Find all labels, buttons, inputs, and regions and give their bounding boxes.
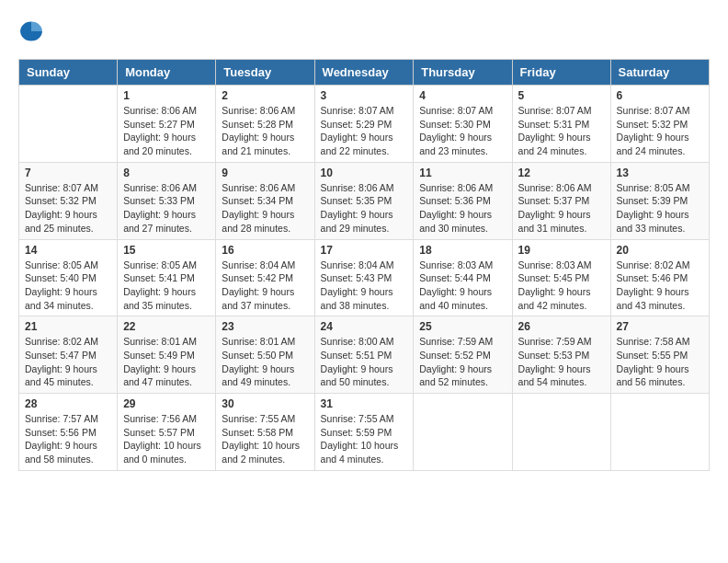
calendar-cell: 24Sunrise: 8:00 AM Sunset: 5:51 PM Dayli… bbox=[314, 316, 414, 394]
column-header-friday: Friday bbox=[512, 60, 610, 86]
calendar-cell bbox=[19, 86, 118, 163]
day-number: 12 bbox=[518, 167, 605, 179]
day-info: Sunrise: 8:05 AM Sunset: 5:39 PM Dayligh… bbox=[617, 181, 703, 236]
day-info: Sunrise: 8:07 AM Sunset: 5:31 PM Dayligh… bbox=[518, 104, 605, 158]
calendar-week-row: 28Sunrise: 7:57 AM Sunset: 5:56 PM Dayli… bbox=[19, 394, 710, 471]
calendar-cell: 26Sunrise: 7:59 AM Sunset: 5:53 PM Dayli… bbox=[512, 316, 610, 394]
calendar-cell bbox=[610, 394, 709, 471]
calendar-cell: 19Sunrise: 8:03 AM Sunset: 5:45 PM Dayli… bbox=[512, 239, 610, 316]
calendar-cell: 18Sunrise: 8:03 AM Sunset: 5:44 PM Dayli… bbox=[414, 239, 512, 316]
day-info: Sunrise: 8:04 AM Sunset: 5:42 PM Dayligh… bbox=[222, 259, 308, 313]
calendar-week-row: 1Sunrise: 8:06 AM Sunset: 5:27 PM Daylig… bbox=[19, 86, 710, 163]
day-info: Sunrise: 8:07 AM Sunset: 5:30 PM Dayligh… bbox=[419, 104, 506, 158]
day-info: Sunrise: 8:02 AM Sunset: 5:47 PM Dayligh… bbox=[25, 335, 111, 389]
calendar-cell: 21Sunrise: 8:02 AM Sunset: 5:47 PM Dayli… bbox=[19, 316, 118, 394]
day-number: 21 bbox=[25, 320, 111, 333]
day-number: 8 bbox=[123, 167, 210, 179]
header bbox=[18, 18, 710, 44]
day-number: 4 bbox=[419, 89, 506, 102]
calendar-cell: 6Sunrise: 8:07 AM Sunset: 5:32 PM Daylig… bbox=[610, 86, 709, 163]
column-header-tuesday: Tuesday bbox=[216, 60, 314, 86]
day-number: 11 bbox=[419, 167, 506, 179]
day-info: Sunrise: 7:56 AM Sunset: 5:57 PM Dayligh… bbox=[123, 412, 210, 466]
day-info: Sunrise: 7:55 AM Sunset: 5:58 PM Dayligh… bbox=[222, 412, 308, 466]
calendar-cell: 27Sunrise: 7:58 AM Sunset: 5:55 PM Dayli… bbox=[610, 316, 709, 394]
calendar-cell: 3Sunrise: 8:07 AM Sunset: 5:29 PM Daylig… bbox=[314, 86, 414, 163]
calendar-cell: 29Sunrise: 7:56 AM Sunset: 5:57 PM Dayli… bbox=[118, 394, 216, 471]
day-info: Sunrise: 7:59 AM Sunset: 5:52 PM Dayligh… bbox=[419, 335, 506, 389]
day-info: Sunrise: 8:07 AM Sunset: 5:32 PM Dayligh… bbox=[617, 104, 703, 158]
day-info: Sunrise: 8:05 AM Sunset: 5:40 PM Dayligh… bbox=[25, 259, 111, 313]
calendar-cell: 7Sunrise: 8:07 AM Sunset: 5:32 PM Daylig… bbox=[19, 162, 118, 239]
calendar-cell: 14Sunrise: 8:05 AM Sunset: 5:40 PM Dayli… bbox=[19, 239, 118, 316]
day-number: 3 bbox=[321, 89, 408, 102]
calendar-cell: 17Sunrise: 8:04 AM Sunset: 5:43 PM Dayli… bbox=[314, 239, 414, 316]
calendar-cell: 23Sunrise: 8:01 AM Sunset: 5:50 PM Dayli… bbox=[216, 316, 314, 394]
calendar-cell: 8Sunrise: 8:06 AM Sunset: 5:33 PM Daylig… bbox=[118, 162, 216, 239]
day-info: Sunrise: 8:03 AM Sunset: 5:45 PM Dayligh… bbox=[518, 259, 605, 313]
calendar-cell: 11Sunrise: 8:06 AM Sunset: 5:36 PM Dayli… bbox=[414, 162, 512, 239]
day-number: 29 bbox=[123, 397, 210, 410]
logo-icon bbox=[18, 18, 44, 44]
day-info: Sunrise: 8:06 AM Sunset: 5:36 PM Dayligh… bbox=[419, 181, 506, 236]
calendar-cell: 28Sunrise: 7:57 AM Sunset: 5:56 PM Dayli… bbox=[19, 394, 118, 471]
column-header-thursday: Thursday bbox=[414, 60, 512, 86]
day-number: 7 bbox=[25, 167, 111, 179]
calendar-cell: 10Sunrise: 8:06 AM Sunset: 5:35 PM Dayli… bbox=[314, 162, 414, 239]
column-header-saturday: Saturday bbox=[610, 60, 709, 86]
calendar-cell bbox=[512, 394, 610, 471]
day-info: Sunrise: 8:03 AM Sunset: 5:44 PM Dayligh… bbox=[419, 259, 506, 313]
day-info: Sunrise: 8:06 AM Sunset: 5:34 PM Dayligh… bbox=[222, 181, 308, 236]
day-number: 18 bbox=[419, 244, 506, 257]
day-info: Sunrise: 8:01 AM Sunset: 5:50 PM Dayligh… bbox=[222, 335, 308, 389]
calendar-cell bbox=[414, 394, 512, 471]
calendar: SundayMondayTuesdayWednesdayThursdayFrid… bbox=[18, 59, 710, 471]
calendar-cell: 31Sunrise: 7:55 AM Sunset: 5:59 PM Dayli… bbox=[314, 394, 414, 471]
day-info: Sunrise: 8:00 AM Sunset: 5:51 PM Dayligh… bbox=[321, 335, 408, 389]
calendar-cell: 5Sunrise: 8:07 AM Sunset: 5:31 PM Daylig… bbox=[512, 86, 610, 163]
day-number: 1 bbox=[123, 89, 210, 102]
day-number: 13 bbox=[617, 167, 703, 179]
calendar-week-row: 21Sunrise: 8:02 AM Sunset: 5:47 PM Dayli… bbox=[19, 316, 710, 394]
calendar-week-row: 14Sunrise: 8:05 AM Sunset: 5:40 PM Dayli… bbox=[19, 239, 710, 316]
calendar-week-row: 7Sunrise: 8:07 AM Sunset: 5:32 PM Daylig… bbox=[19, 162, 710, 239]
day-number: 31 bbox=[321, 397, 408, 410]
day-info: Sunrise: 8:02 AM Sunset: 5:46 PM Dayligh… bbox=[617, 259, 703, 313]
day-info: Sunrise: 7:57 AM Sunset: 5:56 PM Dayligh… bbox=[25, 412, 111, 466]
day-info: Sunrise: 8:04 AM Sunset: 5:43 PM Dayligh… bbox=[321, 259, 408, 313]
day-info: Sunrise: 8:05 AM Sunset: 5:41 PM Dayligh… bbox=[123, 259, 210, 313]
day-info: Sunrise: 8:06 AM Sunset: 5:28 PM Dayligh… bbox=[222, 104, 308, 158]
day-number: 10 bbox=[321, 167, 408, 179]
day-info: Sunrise: 7:58 AM Sunset: 5:55 PM Dayligh… bbox=[617, 335, 703, 389]
day-number: 28 bbox=[25, 397, 111, 410]
day-number: 17 bbox=[321, 244, 408, 257]
calendar-cell: 9Sunrise: 8:06 AM Sunset: 5:34 PM Daylig… bbox=[216, 162, 314, 239]
day-number: 15 bbox=[123, 244, 210, 257]
column-header-wednesday: Wednesday bbox=[314, 60, 414, 86]
day-info: Sunrise: 8:01 AM Sunset: 5:49 PM Dayligh… bbox=[123, 335, 210, 389]
logo bbox=[18, 18, 48, 44]
calendar-cell: 20Sunrise: 8:02 AM Sunset: 5:46 PM Dayli… bbox=[610, 239, 709, 316]
day-number: 2 bbox=[222, 89, 308, 102]
day-number: 5 bbox=[518, 89, 605, 102]
day-number: 23 bbox=[222, 320, 308, 333]
calendar-cell: 2Sunrise: 8:06 AM Sunset: 5:28 PM Daylig… bbox=[216, 86, 314, 163]
day-number: 20 bbox=[617, 244, 703, 257]
calendar-cell: 13Sunrise: 8:05 AM Sunset: 5:39 PM Dayli… bbox=[610, 162, 709, 239]
calendar-header-row: SundayMondayTuesdayWednesdayThursdayFrid… bbox=[19, 60, 710, 86]
day-info: Sunrise: 7:59 AM Sunset: 5:53 PM Dayligh… bbox=[518, 335, 605, 389]
day-number: 22 bbox=[123, 320, 210, 333]
day-number: 16 bbox=[222, 244, 308, 257]
calendar-cell: 1Sunrise: 8:06 AM Sunset: 5:27 PM Daylig… bbox=[118, 86, 216, 163]
column-header-sunday: Sunday bbox=[19, 60, 118, 86]
day-info: Sunrise: 8:06 AM Sunset: 5:27 PM Dayligh… bbox=[123, 104, 210, 158]
day-number: 30 bbox=[222, 397, 308, 410]
day-number: 14 bbox=[25, 244, 111, 257]
calendar-cell: 12Sunrise: 8:06 AM Sunset: 5:37 PM Dayli… bbox=[512, 162, 610, 239]
day-info: Sunrise: 8:07 AM Sunset: 5:29 PM Dayligh… bbox=[321, 104, 408, 158]
day-number: 27 bbox=[617, 320, 703, 333]
day-info: Sunrise: 8:06 AM Sunset: 5:37 PM Dayligh… bbox=[518, 181, 605, 236]
day-info: Sunrise: 8:06 AM Sunset: 5:35 PM Dayligh… bbox=[321, 181, 408, 236]
day-number: 6 bbox=[617, 89, 703, 102]
day-number: 19 bbox=[518, 244, 605, 257]
